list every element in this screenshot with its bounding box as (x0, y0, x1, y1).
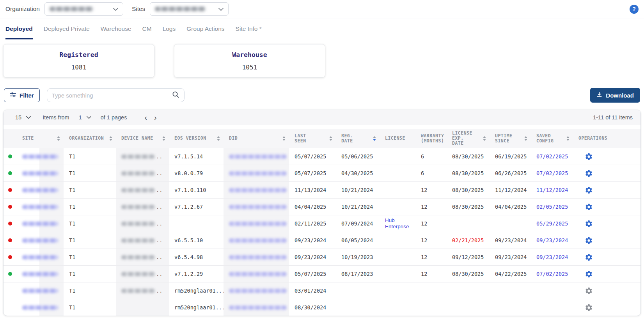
cell-uptime-since: 09/23/2024 (490, 249, 531, 265)
column-header-last-seen[interactable]: LAST SEEN (289, 131, 336, 146)
tab-deployed[interactable]: Deployed (5, 18, 33, 39)
divider (4, 125, 640, 129)
tab-cm[interactable]: CM (142, 18, 152, 39)
site-link-redacted[interactable] (22, 272, 58, 276)
tab-logs[interactable]: Logs (163, 18, 176, 39)
site-link-redacted[interactable] (22, 188, 58, 192)
pagination-bar: 15 Items from 1 of 1 pages ‹ › 1-11 of 1… (4, 110, 640, 125)
gear-icon[interactable] (585, 186, 593, 194)
saved-config-link[interactable]: 07/02/2025 (536, 271, 568, 277)
help-icon[interactable]: ? (630, 5, 639, 14)
sort-arrows-icon[interactable] (109, 136, 112, 141)
gear-icon[interactable] (585, 287, 593, 295)
tab-site-info[interactable]: Site Info * (236, 18, 262, 39)
did-link-redacted[interactable] (229, 289, 287, 293)
license-link[interactable]: Hub Enterprise (385, 217, 415, 230)
column-header-uptime-since[interactable]: UPTIME SINCE (490, 131, 531, 146)
cell-warranty: 6 (415, 165, 447, 181)
organization-select[interactable] (44, 2, 123, 16)
prev-page-button[interactable]: ‹ (142, 114, 150, 121)
did-link-redacted[interactable] (229, 272, 287, 276)
page-size-select[interactable]: 15 (15, 114, 31, 121)
device-name-ellipsis: .. (156, 153, 162, 160)
device-name-redacted (121, 222, 155, 226)
download-button[interactable]: Download (590, 88, 640, 103)
sort-arrows-icon[interactable] (57, 136, 60, 141)
cell-status (4, 249, 17, 265)
cell-operations (573, 232, 640, 249)
cell-last-seen: 05/07/2025 (289, 165, 336, 181)
did-link-redacted[interactable] (229, 222, 287, 226)
site-link-redacted[interactable] (22, 222, 58, 226)
column-header-reg-date[interactable]: REG. DATE (336, 131, 380, 146)
saved-config-link[interactable]: 02/05/2025 (536, 204, 568, 210)
cell-did (224, 232, 289, 249)
next-page-button[interactable]: › (151, 114, 160, 121)
sort-arrows-icon[interactable] (524, 136, 527, 141)
search-icon[interactable] (172, 91, 179, 100)
did-link-redacted[interactable] (229, 305, 287, 310)
gear-icon[interactable] (585, 220, 593, 228)
gear-icon[interactable] (585, 304, 593, 312)
tab-deployed-private[interactable]: Deployed Private (44, 18, 90, 39)
column-header-eos-version[interactable]: EOS VERSION (169, 131, 224, 146)
column-header-license-exp[interactable]: LICENSE EXP. DATE (447, 131, 490, 146)
site-link-redacted[interactable] (22, 155, 58, 159)
table-row: T1..v8.0.0.7905/07/202504/30/2025608/30/… (4, 165, 640, 181)
saved-config-link[interactable]: 07/02/2025 (536, 153, 568, 160)
gear-icon[interactable] (585, 236, 593, 245)
column-header-status (4, 131, 17, 146)
sites-select[interactable] (150, 2, 229, 16)
saved-config-link[interactable]: 07/02/2025 (536, 170, 568, 176)
did-link-redacted[interactable] (229, 188, 287, 192)
page-select[interactable]: 1 (79, 114, 91, 121)
column-header-did[interactable]: DID (224, 131, 289, 146)
sort-arrows-icon[interactable] (373, 136, 376, 141)
did-link-redacted[interactable] (229, 171, 287, 176)
site-link-redacted[interactable] (22, 238, 58, 243)
site-link-redacted[interactable] (22, 205, 58, 209)
did-link-redacted[interactable] (229, 238, 287, 243)
sort-arrows-icon[interactable] (483, 136, 486, 141)
sort-arrows-icon[interactable] (566, 136, 569, 141)
table-row: T1..v7.1.5.1405/07/202505/06/2025608/30/… (4, 148, 640, 165)
did-link-redacted[interactable] (229, 205, 287, 209)
column-header-organization[interactable]: ORGANIZATION (64, 131, 116, 146)
did-link-redacted[interactable] (229, 255, 287, 259)
cell-license (380, 266, 415, 282)
site-link-redacted[interactable] (22, 255, 58, 259)
cell-operations (573, 165, 640, 181)
did-link-redacted[interactable] (229, 155, 287, 159)
sort-arrows-icon[interactable] (329, 136, 332, 141)
sort-arrows-icon[interactable] (162, 136, 165, 141)
column-header-device-name[interactable]: DEVICE NAME (116, 131, 169, 146)
sort-arrows-icon[interactable] (217, 136, 220, 141)
filter-button[interactable]: Filter (4, 88, 40, 102)
gear-icon[interactable] (585, 203, 593, 211)
site-link-redacted[interactable] (22, 171, 58, 176)
cell-eos-version: rm520nglaar01... (169, 299, 224, 316)
gear-icon[interactable] (585, 253, 593, 261)
saved-config-link[interactable]: 09/23/2024 (536, 237, 568, 243)
sort-arrows-icon[interactable] (282, 136, 286, 141)
cell-status (4, 182, 17, 198)
gear-icon[interactable] (585, 169, 593, 178)
column-header-saved-config[interactable]: SAVED CONFIG (531, 131, 573, 146)
cell-warranty: 12 (415, 232, 447, 249)
cell-last-seen: 11/13/2024 (289, 182, 336, 198)
gear-icon[interactable] (585, 153, 593, 161)
status-dot-green (8, 171, 12, 175)
tab-warehouse[interactable]: Warehouse (101, 18, 131, 39)
search-input[interactable] (52, 92, 172, 99)
cell-organization: T1 (64, 282, 116, 299)
saved-config-link[interactable]: 09/23/2024 (536, 254, 568, 260)
cell-uptime-since (490, 282, 531, 299)
column-header-site[interactable]: SITE (17, 131, 64, 146)
saved-config-link[interactable]: 05/29/2025 (536, 220, 568, 227)
site-link-redacted[interactable] (22, 289, 58, 293)
saved-config-link[interactable]: 11/12/2024 (536, 187, 568, 193)
site-link-redacted[interactable] (22, 305, 58, 310)
column-label: REG. DATE (341, 133, 364, 144)
tab-group-actions[interactable]: Group Actions (186, 18, 224, 39)
gear-icon[interactable] (585, 270, 593, 278)
